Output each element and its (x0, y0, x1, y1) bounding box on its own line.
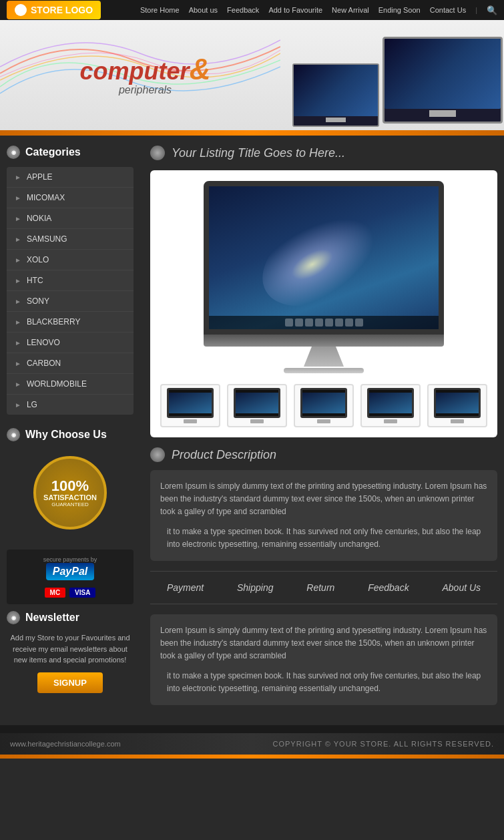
product-desc-title: Product Description (172, 448, 276, 462)
arrow-icon: ► (15, 298, 21, 305)
dock-icon (315, 319, 323, 327)
dock-icon (345, 319, 353, 327)
payment-section: secure payments by PayPal MC VISA (7, 550, 134, 604)
thumbnail-5[interactable] (427, 384, 487, 427)
categories-heading: ◉ Categories (7, 146, 134, 159)
listing-title-text: Your Listing Title Goes to Here... (172, 146, 345, 160)
thumb-screen-inner-4 (369, 393, 412, 413)
category-item-carbon[interactable]: ► CARBON (7, 353, 134, 374)
thumb-screen-3 (300, 388, 347, 418)
listing-title-icon (150, 146, 165, 160)
description-box-1: Lorem Ipsum is simply dummy text of the … (150, 470, 497, 561)
main-product-image (160, 180, 487, 374)
category-item-htc[interactable]: ► HTC (7, 270, 134, 291)
tab-payment[interactable]: Payment (162, 580, 209, 596)
signup-button[interactable]: SIGNUP (37, 672, 103, 693)
imac-screen (204, 181, 444, 335)
arrow-icon: ► (15, 256, 21, 264)
imac-taskbar (209, 316, 439, 329)
newsletter-section: ◉ Newsletter Add my Store to your Favour… (7, 611, 134, 693)
nav-feedback[interactable]: Feedback (227, 6, 259, 14)
hero-screen-small (292, 63, 379, 127)
nav-add-favourite[interactable]: Add to Favourite (268, 6, 322, 14)
footer-url: www.heritagechristiancollege.com (10, 740, 121, 748)
secure-text: secure payments by (13, 556, 127, 563)
imac-screen-inner (209, 186, 439, 329)
hero-banner: computer& peripherals (0, 20, 504, 130)
thumbnail-1[interactable] (160, 384, 220, 427)
thumbnail-4[interactable] (360, 384, 421, 427)
satisfaction-badge: 100% SATISFACTION GUARANTEED (33, 456, 107, 530)
thumb-screen-2 (234, 388, 280, 418)
nav-contact-us[interactable]: Contact Us (430, 6, 466, 14)
arrow-icon: ► (15, 319, 21, 326)
nav-store-home[interactable]: Store Home (140, 6, 180, 14)
arrow-icon: ► (15, 381, 21, 388)
screen-inner-small (294, 65, 378, 116)
arrow-icon: ► (15, 215, 21, 222)
category-item-lg[interactable]: ► LG (7, 395, 134, 415)
desc-para-2: it to make a type specimen book. It has … (160, 526, 487, 551)
footer-bottom: www.heritagechristiancollege.com COPYRIG… (0, 733, 504, 755)
nav-ending-soon[interactable]: Ending Soon (379, 6, 421, 14)
category-label: BLACKBERRY (27, 317, 80, 327)
listing-title-row: Your Listing Title Goes to Here... (150, 146, 497, 160)
tab-about-us[interactable]: About Us (437, 580, 486, 596)
category-item-micomax[interactable]: ► MICOMAX (7, 188, 134, 208)
thumbnail-2[interactable] (227, 384, 287, 427)
dock-icon (335, 319, 343, 327)
hero-title: computer& (80, 55, 211, 84)
logo-area: STORE LOGO (7, 1, 101, 19)
thumb-screen-inner-1 (169, 393, 212, 413)
category-item-worldmobile[interactable]: ► WORLDMOBILE (7, 374, 134, 395)
hero-screens (290, 20, 504, 130)
nav-new-arrival[interactable]: New Arrival (332, 6, 369, 14)
category-label: CARBON (27, 359, 61, 368)
category-label: WORLDMOBILE (27, 379, 87, 389)
dock-icon (295, 319, 303, 327)
tab-shipping[interactable]: Shipping (232, 580, 279, 596)
thumb-screen-4 (367, 388, 414, 418)
logo-text: STORE LOGO (31, 5, 93, 15)
dock-icon (325, 319, 333, 327)
arrow-icon: ► (15, 339, 21, 347)
category-label: SAMSUNG (27, 234, 67, 244)
product-display (150, 170, 497, 437)
arrow-icon: ► (15, 360, 21, 367)
category-item-sony[interactable]: ► SONY (7, 291, 134, 312)
dock-icon (355, 319, 363, 327)
desc2-para-2: it to make a type specimen book. It has … (160, 670, 487, 695)
tab-feedback[interactable]: Feedback (362, 580, 414, 596)
category-item-nokia[interactable]: ► NOKIA (7, 208, 134, 229)
category-item-xolo[interactable]: ► XOLO (7, 250, 134, 270)
thumbnail-3[interactable] (294, 384, 354, 427)
store-logo[interactable]: STORE LOGO (7, 1, 101, 19)
nav-divider: | (475, 6, 477, 14)
orange-stripe (0, 130, 504, 136)
dock-icon (305, 319, 313, 327)
category-item-blackberry[interactable]: ► BLACKBERRY (7, 312, 134, 333)
tab-return[interactable]: Return (301, 580, 340, 596)
category-label: APPLE (27, 172, 53, 182)
why-choose-heading: ◉ Why Choose Us (7, 428, 134, 441)
category-item-samsung[interactable]: ► SAMSUNG (7, 229, 134, 250)
arrow-icon: ► (15, 401, 21, 409)
category-list: ► APPLE ► MICOMAX ► NOKIA ► SAMSUNG ► XO… (7, 167, 134, 415)
newsletter-icon: ◉ (7, 611, 20, 624)
hero-amp: & (190, 53, 211, 85)
hero-screen-main (383, 37, 503, 124)
imac-base (284, 368, 364, 373)
nav-links: Store Home About us Feedback Add to Favo… (140, 5, 497, 15)
categories-label: Categories (25, 146, 81, 158)
paypal-logo[interactable]: PayPal (46, 563, 94, 580)
nav-about-us[interactable]: About us (189, 6, 218, 14)
thumb-stand-5 (451, 419, 464, 423)
imac-chin (204, 335, 444, 347)
arrow-icon: ► (15, 236, 21, 243)
screen-stand-main (429, 110, 456, 117)
newsletter-label: Newsletter (25, 612, 79, 624)
category-item-lenovo[interactable]: ► LENOVO (7, 333, 134, 353)
search-icon[interactable]: 🔍 (487, 5, 497, 15)
hero-left: computer& peripherals (0, 48, 290, 103)
category-item-apple[interactable]: ► APPLE (7, 167, 134, 188)
